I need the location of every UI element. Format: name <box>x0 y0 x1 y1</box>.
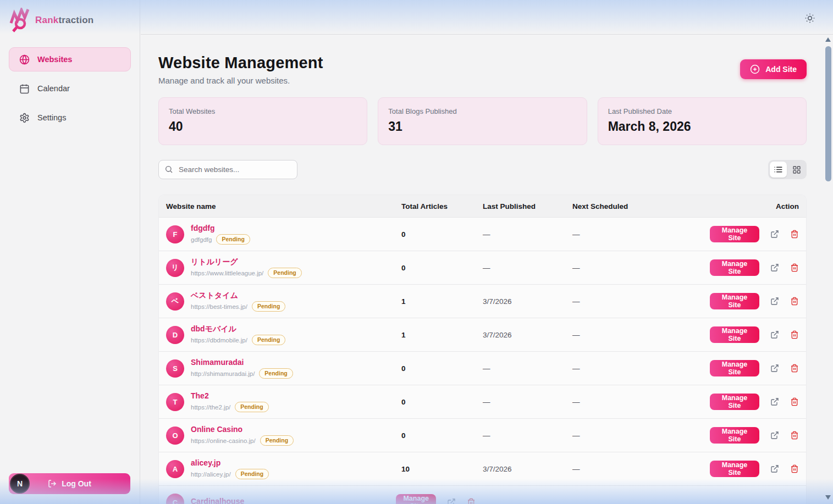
page-subtitle: Manage and track all your websites. <box>158 76 323 85</box>
site-avatar: O <box>166 427 184 445</box>
stats-cards: Total Websites 40 Total Blogs Published … <box>158 97 807 145</box>
site-name-link[interactable]: ベストタイム <box>191 291 285 300</box>
manage-site-button[interactable]: Manage Site <box>710 427 759 444</box>
status-badge: Pending <box>259 368 293 379</box>
site-url: https://dbdmobile.jp/ <box>191 337 247 344</box>
action-cell: Manage Site <box>710 394 806 410</box>
external-link-icon[interactable] <box>770 397 779 407</box>
manage-site-button[interactable]: Manage Site <box>710 293 759 309</box>
sidebar-item-label: Settings <box>37 113 66 122</box>
manage-site-button[interactable]: Manage Site <box>710 461 759 477</box>
trash-icon[interactable] <box>790 263 799 273</box>
trash-icon[interactable] <box>790 397 799 407</box>
status-badge: Pending <box>216 234 250 245</box>
site-avatar: C <box>166 494 184 504</box>
website-name-cell: S Shimamuradai http://shimamuradai.jp/ P… <box>159 358 401 379</box>
external-link-icon[interactable] <box>770 263 779 273</box>
website-name-cell: T The2 https://the2.jp/ Pending <box>159 391 401 413</box>
stat-card-last-published: Last Published Date March 8, 2026 <box>598 97 807 145</box>
external-link-icon[interactable] <box>770 297 779 306</box>
sidebar-item-websites[interactable]: Websites <box>9 47 131 71</box>
stat-label: Total Websites <box>169 107 357 115</box>
manage-site-button[interactable]: Manage Site <box>710 360 759 376</box>
site-avatar: F <box>166 225 184 243</box>
add-site-button[interactable]: Add Site <box>740 59 807 79</box>
website-name-cell: O Online Casino https://online-casino.jp… <box>159 425 401 446</box>
status-badge: Pending <box>252 335 285 346</box>
sidebar-item-calendar[interactable]: Calendar <box>9 76 131 101</box>
sidebar-item-label: Calendar <box>37 84 70 93</box>
logout-area: N Log Out <box>9 473 130 494</box>
vertical-scrollbar[interactable] <box>825 35 832 503</box>
total-articles-value: 0 <box>401 431 483 440</box>
manage-site-button[interactable]: Manage Site <box>710 226 759 242</box>
external-link-icon[interactable] <box>770 464 779 474</box>
last-published-value: — <box>483 431 572 440</box>
table-row: F fdgdfg gdfgdfg Pending 0 — — Manage Si… <box>159 217 806 251</box>
stat-card-total-websites: Total Websites 40 <box>158 97 367 145</box>
external-link-icon[interactable] <box>770 230 779 239</box>
total-articles-value: 0 <box>401 364 483 373</box>
next-scheduled-value: — <box>572 264 710 272</box>
search-box <box>158 160 297 179</box>
trash-icon[interactable] <box>790 431 799 440</box>
total-articles-value: 10 <box>401 465 483 473</box>
stat-value: 31 <box>388 119 576 134</box>
site-name-link[interactable]: Cardinalhouse <box>191 497 244 504</box>
list-view-button[interactable] <box>770 162 787 178</box>
manage-site-button[interactable]: Manage Site <box>710 259 759 276</box>
status-badge: Pending <box>252 301 285 312</box>
site-url: https://online-casino.jp/ <box>191 437 256 444</box>
column-header-next-scheduled: Next Scheduled <box>572 202 710 211</box>
site-name-link[interactable]: Shimamuradai <box>191 358 293 367</box>
trash-icon[interactable] <box>467 498 476 504</box>
page-header: Website Management Manage and track all … <box>158 54 323 85</box>
topbar <box>141 0 833 35</box>
manage-site-button[interactable]: Manage Site <box>710 326 759 343</box>
sidebar: Ranktraction Websites Calendar <box>0 0 140 504</box>
trash-icon[interactable] <box>790 364 799 373</box>
trash-icon[interactable] <box>790 297 799 306</box>
site-name-link[interactable]: The2 <box>191 391 269 400</box>
trash-icon[interactable] <box>790 464 799 474</box>
manage-site-button[interactable]: Manage Site <box>710 394 759 410</box>
table-header: Website name Total Articles Last Publish… <box>159 195 806 217</box>
action-cell: Manage Site <box>710 326 806 343</box>
column-header-action: Action <box>710 202 806 211</box>
total-articles-value: 1 <box>401 297 483 306</box>
action-cell: Manage Site <box>710 259 806 276</box>
website-name-cell: ベ ベストタイム https://best-times.jp/ Pending <box>159 291 401 312</box>
site-name-link[interactable]: dbdモバイル <box>191 324 285 333</box>
site-name-link[interactable]: Online Casino <box>191 425 294 434</box>
theme-toggle-sun-icon[interactable] <box>804 12 817 24</box>
manage-site-button[interactable]: Manage Site <box>396 494 436 504</box>
external-link-icon[interactable] <box>770 364 779 373</box>
scrollbar-down-arrow[interactable] <box>825 495 831 500</box>
action-cell: Manage Site <box>710 360 806 376</box>
action-cell: Manage Site <box>710 461 806 477</box>
scrollbar-up-arrow[interactable] <box>825 37 831 42</box>
last-published-value: 3/7/2026 <box>483 297 572 306</box>
site-avatar: ベ <box>166 292 184 311</box>
gear-icon <box>19 113 30 123</box>
search-input[interactable] <box>158 160 297 179</box>
brand-logo-icon <box>9 8 33 33</box>
external-link-icon[interactable] <box>447 498 456 504</box>
trash-icon[interactable] <box>790 330 799 340</box>
plus-circle-icon <box>750 64 760 74</box>
grid-view-button[interactable] <box>788 162 805 178</box>
sidebar-item-settings[interactable]: Settings <box>9 106 131 130</box>
external-link-icon[interactable] <box>770 431 779 440</box>
scrollbar-thumb[interactable] <box>825 46 831 181</box>
trash-icon[interactable] <box>790 230 799 239</box>
site-name-link[interactable]: alicey.jp <box>191 458 269 467</box>
next-scheduled-value: — <box>572 331 710 339</box>
site-name-link[interactable]: リトルリーグ <box>191 257 302 266</box>
site-name-link[interactable]: fdgdfg <box>191 224 250 232</box>
last-published-value: — <box>483 264 572 272</box>
stat-label: Last Published Date <box>608 107 796 115</box>
site-avatar: リ <box>166 259 184 277</box>
table-row: D dbdモバイル https://dbdmobile.jp/ Pending … <box>159 318 806 351</box>
external-link-icon[interactable] <box>770 330 779 340</box>
avatar[interactable]: N <box>10 474 30 494</box>
